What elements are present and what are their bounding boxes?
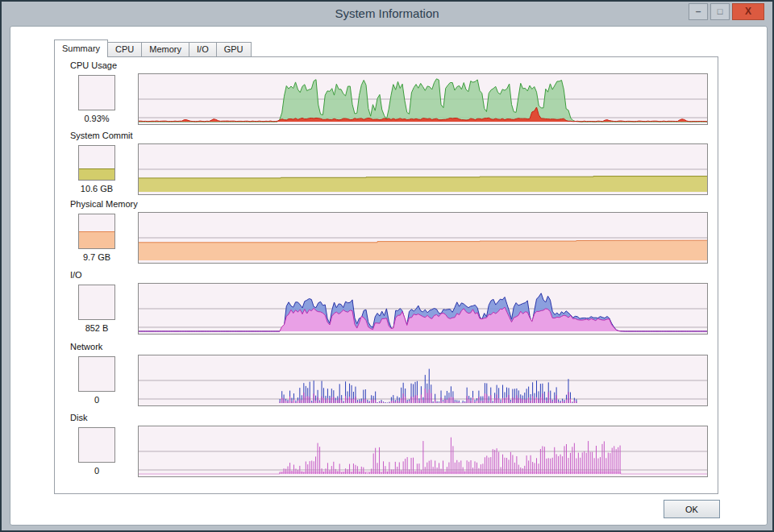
section-io: I/O 852 B — [10, 283, 767, 349]
gauge-fill — [79, 168, 114, 180]
section-label: CPU Usage — [70, 60, 117, 70]
gauge-fill — [79, 231, 114, 248]
minimize-button[interactable]: – — [689, 3, 708, 20]
cpu-usage-history-graph — [138, 73, 708, 125]
maximize-icon: □ — [718, 6, 723, 16]
tab-cpu[interactable]: CPU — [107, 42, 142, 57]
tab-io[interactable]: I/O — [189, 42, 217, 57]
physical-memory-value: 9.7 GB — [56, 252, 137, 262]
system-commit-value: 10.6 GB — [56, 184, 137, 193]
section-label: System Commit — [70, 131, 133, 140]
close-button[interactable]: X — [732, 3, 764, 20]
system-information-window: System Information – □ X Summary CPU Mem… — [0, 0, 774, 532]
section-network: Network 0 — [10, 355, 767, 421]
window-title: System Information — [2, 2, 772, 26]
io-value: 852 B — [56, 323, 137, 333]
maximize-button[interactable]: □ — [710, 3, 730, 20]
titlebar[interactable]: System Information – □ X — [2, 2, 772, 26]
section-label: Network — [70, 342, 102, 351]
cpu-usage-gauge — [78, 75, 115, 110]
dialog-client-area: Summary CPU Memory I/O GPU CPU Usage 0.9… — [10, 26, 768, 526]
minimize-icon: – — [696, 6, 701, 17]
io-history-graph — [138, 283, 708, 335]
section-label: Physical Memory — [70, 199, 138, 209]
ok-button[interactable]: OK — [664, 500, 720, 518]
tab-summary[interactable]: Summary — [54, 39, 108, 57]
network-history-graph — [138, 355, 708, 406]
section-label: I/O — [70, 270, 82, 280]
close-icon: X — [745, 6, 751, 17]
cpu-usage-value: 0.93% — [56, 114, 137, 123]
tab-bar: Summary CPU Memory I/O GPU — [54, 39, 251, 57]
physical-memory-gauge — [78, 214, 115, 249]
network-value: 0 — [56, 395, 137, 405]
disk-value: 0 — [56, 466, 137, 476]
section-disk: Disk 0 — [10, 426, 767, 492]
disk-history-graph — [138, 426, 708, 477]
section-physical-memory: Physical Memory 9.7 GB — [10, 212, 767, 278]
system-commit-history-graph — [138, 143, 708, 195]
physical-memory-history-graph — [138, 212, 708, 264]
tab-memory[interactable]: Memory — [141, 42, 189, 57]
disk-gauge — [78, 427, 115, 463]
tab-gpu[interactable]: GPU — [216, 42, 252, 57]
network-gauge — [78, 356, 115, 392]
section-label: Disk — [70, 413, 87, 422]
section-cpu-usage: CPU Usage 0.93% — [10, 73, 767, 139]
system-commit-gauge — [78, 145, 115, 181]
io-gauge — [78, 285, 115, 320]
